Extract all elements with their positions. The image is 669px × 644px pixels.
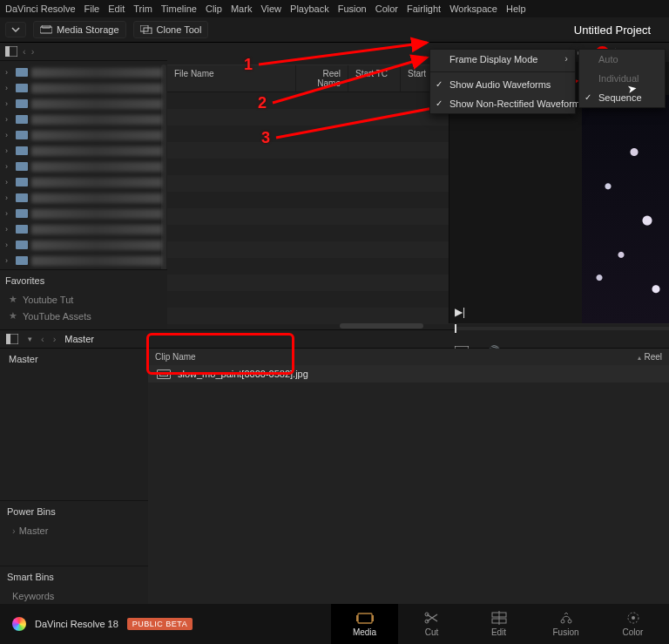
star-icon: ★: [9, 294, 17, 305]
col-file-name[interactable]: File Name: [167, 65, 296, 92]
app-menu-bar: DaVinci Resolve File Edit Trim Timeline …: [0, 0, 669, 17]
sidebar-toggle-icon[interactable]: [5, 46, 17, 57]
folder-icon: [16, 209, 28, 218]
workspace-color[interactable]: Color: [599, 604, 666, 644]
bin-master[interactable]: Master: [0, 349, 148, 369]
clone-icon: [140, 25, 152, 34]
tree-row[interactable]: ›: [0, 253, 167, 268]
submenu-sequence[interactable]: ✓Sequence: [579, 88, 665, 107]
workspace-label: Fusion: [552, 627, 578, 637]
menu-clip[interactable]: Clip: [206, 3, 222, 14]
menu-help[interactable]: Help: [506, 3, 526, 14]
svg-rect-23: [356, 615, 358, 621]
svg-point-30: [561, 620, 564, 623]
favorite-item[interactable]: ★YouTube Assets: [5, 308, 162, 324]
menu-view[interactable]: View: [260, 3, 281, 14]
clone-tool-button[interactable]: Clone Tool: [133, 21, 209, 38]
menu-edit[interactable]: Edit: [108, 3, 125, 14]
page-toolbar: Media Storage Clone Tool Untitled Projec…: [0, 17, 669, 43]
menu-workspace[interactable]: Workspace: [449, 3, 497, 14]
favorite-label: Youtube Tut: [23, 295, 73, 305]
tree-row[interactable]: ›: [0, 206, 167, 221]
drive-icon: [40, 25, 52, 34]
menu-frame-display-mode[interactable]: Frame Display Mode: [430, 50, 575, 69]
smart-bin-keywords[interactable]: Keywords: [0, 587, 148, 605]
menu-davinci[interactable]: DaVinci Resolve: [5, 3, 76, 14]
menu-show-audio-waveforms[interactable]: ✓Show Audio Waveforms: [430, 75, 575, 94]
menu-mark[interactable]: Mark: [231, 3, 252, 14]
tree-row[interactable]: ›: [0, 159, 167, 174]
folder-icon: [16, 256, 28, 265]
menu-trim[interactable]: Trim: [133, 3, 152, 14]
list-h-scrollbar[interactable]: [340, 323, 423, 329]
nav-forward-icon[interactable]: ›: [31, 46, 35, 57]
nav-back-icon[interactable]: ‹: [41, 334, 44, 344]
workspace-media[interactable]: Media: [331, 604, 398, 644]
brand-label: DaVinci Resolve 18: [35, 619, 118, 629]
breadcrumb[interactable]: Master: [64, 334, 94, 344]
menu-fairlight[interactable]: Fairlight: [407, 3, 441, 14]
svg-point-33: [632, 616, 635, 620]
menu-color[interactable]: Color: [375, 3, 398, 14]
col-reel[interactable]: ▴Reel: [617, 349, 669, 365]
menu-file[interactable]: File: [84, 3, 100, 14]
chevron-down-icon: [10, 25, 21, 34]
options-context-menu: Frame Display Mode ✓Show Audio Waveforms…: [429, 49, 576, 114]
workspace-cut[interactable]: Cut: [398, 604, 465, 644]
media-icon: [356, 611, 374, 625]
submenu-individual[interactable]: Individual: [579, 69, 665, 88]
favorite-item[interactable]: ★Youtube Tut: [5, 291, 162, 308]
workspace-label: Cut: [425, 627, 439, 637]
playhead[interactable]: [455, 324, 456, 333]
col-start-tc[interactable]: Start TC: [348, 65, 401, 92]
media-pool-list: Clip Name ▴Reel slow_mo_paint[0000-0582]…: [148, 349, 669, 620]
tree-row[interactable]: ›: [0, 268, 167, 269]
tree-row[interactable]: ›: [0, 64, 167, 80]
submenu-auto[interactable]: Auto: [579, 50, 665, 69]
menu-timeline[interactable]: Timeline: [161, 3, 197, 14]
folder-icon: [16, 146, 28, 155]
tree-row[interactable]: ›: [0, 221, 167, 237]
menu-show-nonrectified-waveforms[interactable]: ✓Show Non-Rectified Waveforms: [430, 94, 575, 113]
workspace-fusion[interactable]: Fusion: [532, 604, 599, 644]
col-clip-name[interactable]: Clip Name: [148, 349, 617, 365]
svg-rect-22: [358, 613, 372, 623]
tree-row[interactable]: ›: [0, 143, 167, 159]
clip-icon: [157, 369, 171, 379]
nav-back-icon[interactable]: ‹: [23, 46, 26, 57]
nav-forward-icon[interactable]: ›: [53, 334, 57, 344]
folder-icon: [16, 193, 28, 202]
panel-toggle-dropdown[interactable]: [5, 22, 26, 37]
tree-row[interactable]: ›: [0, 96, 167, 112]
tree-row[interactable]: ›: [0, 112, 167, 127]
col-reel-name[interactable]: Reel Name: [296, 65, 348, 92]
frame-display-submenu: Auto Individual ✓Sequence: [578, 49, 666, 108]
next-clip-icon[interactable]: ▶|: [455, 306, 465, 318]
workspace-label: Edit: [491, 627, 506, 637]
tree-row[interactable]: ›: [0, 80, 167, 96]
menu-fusion[interactable]: Fusion: [338, 3, 367, 14]
sidebar-toggle-icon[interactable]: [5, 334, 19, 344]
viewer-preview: [582, 95, 669, 323]
media-pool-sidebar: Master Power Bins ›Master Smart Bins Key…: [0, 349, 148, 620]
power-bin-master[interactable]: ›Master: [0, 522, 148, 539]
folder-icon: [16, 99, 28, 108]
menu-playback[interactable]: Playback: [290, 3, 329, 14]
color-icon: [625, 611, 642, 625]
cut-icon: [423, 611, 441, 625]
fusion-icon: [558, 611, 575, 625]
favorite-label: YouTube Assets: [23, 311, 91, 322]
tree-row[interactable]: ›: [0, 174, 167, 190]
beta-badge: PUBLIC BETA: [127, 618, 193, 630]
annotation-3: 3: [261, 129, 270, 147]
media-storage-button[interactable]: Media Storage: [33, 21, 126, 38]
tree-row[interactable]: ›: [0, 190, 167, 206]
chevron-down-icon[interactable]: ▾: [28, 335, 32, 343]
clip-row[interactable]: slow_mo_paint[0000-0582].jpg: [148, 365, 669, 383]
svg-point-31: [568, 620, 571, 623]
tree-row[interactable]: ›: [0, 237, 167, 253]
tree-row[interactable]: ›: [0, 127, 167, 143]
viewer-scrubber[interactable]: [455, 327, 669, 330]
smart-bins-heading: Smart Bins: [0, 566, 148, 587]
workspace-edit[interactable]: Edit: [465, 604, 532, 644]
